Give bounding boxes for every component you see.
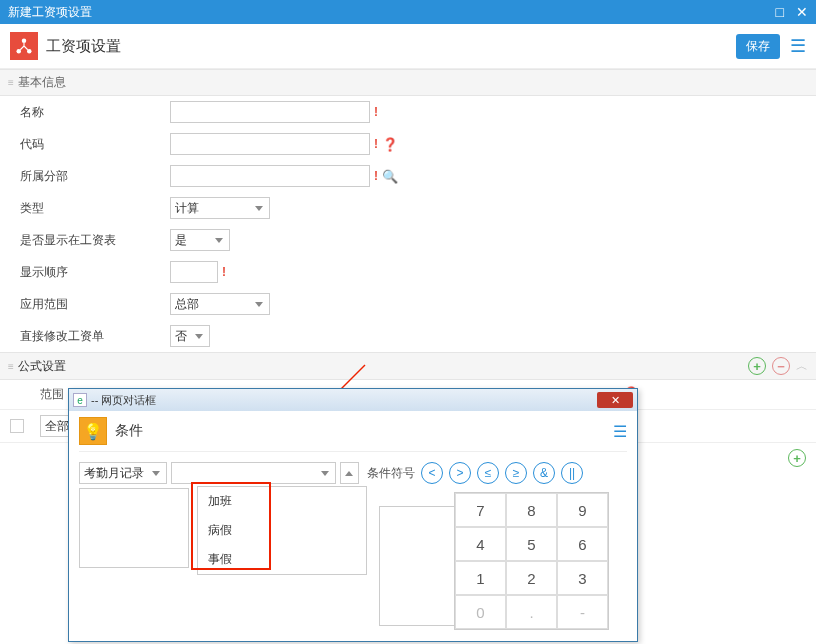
window-maximize-icon[interactable]: □ bbox=[776, 4, 784, 20]
chevron-up-icon[interactable]: ︿ bbox=[796, 358, 808, 375]
collapse-icon: ≡ bbox=[8, 361, 14, 372]
field-direct-label: 直接修改工资单 bbox=[20, 328, 170, 345]
type-select[interactable]: 计算 bbox=[170, 197, 270, 219]
svg-point-0 bbox=[22, 39, 27, 44]
sym-lt[interactable]: < bbox=[421, 462, 443, 484]
dropdown-option[interactable]: 病假 bbox=[198, 516, 366, 545]
section-formula-label: 公式设置 bbox=[18, 358, 66, 375]
order-input[interactable] bbox=[170, 261, 218, 283]
sym-or[interactable]: || bbox=[561, 462, 583, 484]
key-minus[interactable]: - bbox=[557, 595, 608, 629]
section-formula: ≡ 公式设置 + − ︿ bbox=[0, 352, 816, 380]
key-1[interactable]: 1 bbox=[455, 561, 506, 595]
key-7[interactable]: 7 bbox=[455, 493, 506, 527]
required-icon: ! bbox=[374, 105, 378, 119]
dialog-title-text: -- 网页对话框 bbox=[91, 393, 156, 408]
dialog-close-button[interactable]: ✕ bbox=[597, 392, 633, 408]
required-icon: ! bbox=[374, 137, 378, 151]
save-button[interactable]: 保存 bbox=[736, 34, 780, 59]
window-close-icon[interactable]: ✕ bbox=[796, 4, 808, 20]
field-name-label: 名称 bbox=[20, 104, 170, 121]
dialog-head-title: 条件 bbox=[115, 422, 143, 440]
key-8[interactable]: 8 bbox=[506, 493, 557, 527]
required-icon: ! bbox=[374, 169, 378, 183]
list-icon[interactable]: ☰ bbox=[790, 35, 806, 57]
scope-value: 总部 bbox=[175, 296, 199, 313]
bulb-icon: 💡 bbox=[79, 417, 107, 445]
add-row-button[interactable]: + bbox=[748, 357, 766, 375]
page-title: 工资项设置 bbox=[46, 37, 121, 56]
record-item-select[interactable] bbox=[171, 462, 336, 484]
key-dot[interactable]: . bbox=[506, 595, 557, 629]
row-scope-value: 全部 bbox=[45, 418, 69, 435]
condition-dialog: e -- 网页对话框 ✕ 💡 条件 ☰ 考勤月记录 加班 病假 bbox=[68, 388, 638, 642]
add-row-button-bottom[interactable]: + bbox=[788, 449, 806, 467]
key-5[interactable]: 5 bbox=[506, 527, 557, 561]
page-icon bbox=[10, 32, 38, 60]
record-type-select[interactable]: 考勤月记录 bbox=[79, 462, 167, 484]
row-checkbox[interactable] bbox=[10, 419, 24, 433]
collapse-toggle[interactable] bbox=[340, 462, 359, 484]
sym-le[interactable]: ≤ bbox=[477, 462, 499, 484]
page-header: 工资项设置 保存 ☰ bbox=[0, 24, 816, 69]
required-icon: ! bbox=[222, 265, 226, 279]
key-0[interactable]: 0 bbox=[455, 595, 506, 629]
key-6[interactable]: 6 bbox=[557, 527, 608, 561]
collapse-icon: ≡ bbox=[8, 77, 14, 88]
field-show-label: 是否显示在工资表 bbox=[20, 232, 170, 249]
show-value: 是 bbox=[175, 232, 187, 249]
dialog-titlebar: e -- 网页对话框 ✕ bbox=[69, 389, 637, 411]
help-icon[interactable]: ❓ bbox=[382, 137, 398, 152]
field-order-label: 显示顺序 bbox=[20, 264, 170, 281]
dept-input[interactable] bbox=[170, 165, 370, 187]
type-value: 计算 bbox=[175, 200, 199, 217]
key-4[interactable]: 4 bbox=[455, 527, 506, 561]
record-type-value: 考勤月记录 bbox=[84, 465, 144, 482]
record-item-dropdown: 加班 病假 事假 bbox=[197, 486, 367, 575]
search-icon[interactable]: 🔍 bbox=[382, 169, 398, 184]
field-scope-label: 应用范围 bbox=[20, 296, 170, 313]
key-3[interactable]: 3 bbox=[557, 561, 608, 595]
direct-select[interactable]: 否 bbox=[170, 325, 210, 347]
scope-select[interactable]: 总部 bbox=[170, 293, 270, 315]
sym-and[interactable]: & bbox=[533, 462, 555, 484]
numeric-keypad: 7 8 9 4 5 6 1 2 3 0 bbox=[454, 492, 609, 630]
record-listbox[interactable] bbox=[79, 488, 189, 568]
field-code-label: 代码 bbox=[20, 136, 170, 153]
dialog-list-icon[interactable]: ☰ bbox=[613, 422, 627, 441]
sym-ge[interactable]: ≥ bbox=[505, 462, 527, 484]
window-title: 新建工资项设置 bbox=[8, 4, 92, 21]
window-titlebar: 新建工资项设置 □ ✕ bbox=[0, 0, 816, 24]
code-input[interactable] bbox=[170, 133, 370, 155]
ie-icon: e bbox=[73, 393, 87, 407]
key-9[interactable]: 9 bbox=[557, 493, 608, 527]
key-2[interactable]: 2 bbox=[506, 561, 557, 595]
field-type-label: 类型 bbox=[20, 200, 170, 217]
dropdown-option[interactable]: 加班 bbox=[198, 487, 366, 516]
symbols-label: 条件符号 bbox=[367, 465, 415, 482]
name-input[interactable] bbox=[170, 101, 370, 123]
direct-value: 否 bbox=[175, 328, 187, 345]
show-select[interactable]: 是 bbox=[170, 229, 230, 251]
section-basic-label: 基本信息 bbox=[18, 74, 66, 91]
remove-row-button[interactable]: − bbox=[772, 357, 790, 375]
sym-gt[interactable]: > bbox=[449, 462, 471, 484]
dropdown-option[interactable]: 事假 bbox=[198, 545, 366, 574]
section-basic-info[interactable]: ≡ 基本信息 bbox=[0, 69, 816, 96]
field-dept-label: 所属分部 bbox=[20, 168, 170, 185]
